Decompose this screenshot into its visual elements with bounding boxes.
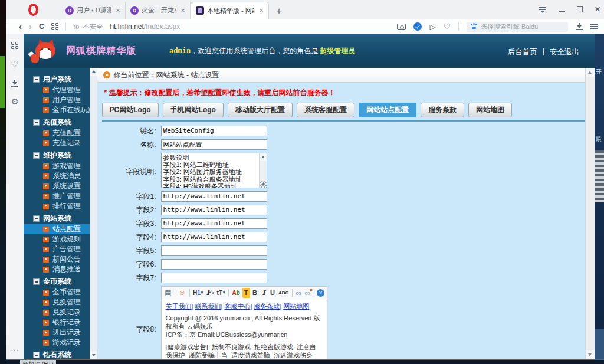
heading-select[interactable]: H1▾ [192, 288, 204, 298]
forward-icon[interactable]: › [29, 22, 32, 31]
field-textarea[interactable]: 参数说明 字段1: 网站二维码地址 字段2: 网站图片服务器地址 字段3: 网站… [161, 153, 267, 188]
bookmarks-heart-icon[interactable]: ♡ [11, 59, 18, 70]
nav-item-金币管理[interactable]: 金币管理 [24, 287, 97, 297]
address-bar[interactable]: ht.linlin.net/Index.aspx [110, 22, 180, 31]
bold-button[interactable]: B [251, 288, 259, 298]
bookmark-heart-icon[interactable]: ♡ [443, 22, 451, 31]
collapse-minus-icon[interactable] [33, 352, 40, 358]
config-tab-服务条款[interactable]: 服务条款 [421, 103, 464, 117]
nav-item-广告管理[interactable]: 广告管理 [24, 244, 97, 254]
speed-dial-sidebar-icon[interactable] [11, 42, 18, 49]
config-tab-手机网站Logo[interactable]: 手机网站Logo [163, 103, 224, 117]
highlight-color-button[interactable]: T [242, 288, 250, 298]
site-security-chip[interactable]: ⊕ 不安全 [73, 22, 103, 31]
resize-grip-icon[interactable] [260, 181, 267, 188]
font-size-select[interactable]: tT▾ [216, 288, 226, 298]
nav-item-排行管理[interactable]: 排行管理 [24, 201, 97, 211]
nav-item-站点配置[interactable]: 站点配置 [24, 224, 97, 234]
nav-item-系统设置[interactable]: 系统设置 [24, 181, 97, 191]
footer-link[interactable]: 客服中心 [224, 303, 250, 310]
share-flow-icon[interactable]: ▷ [429, 22, 435, 31]
field-input[interactable]: http://www.linlin.net [161, 205, 267, 215]
footer-link[interactable]: 关于我们 [166, 303, 192, 310]
field-input[interactable]: WebSiteConfig [161, 126, 267, 136]
browser-tab[interactable]: D火萤二开龙睿娱乐+完美运× [126, 2, 191, 19]
italic-button[interactable]: I [260, 288, 268, 298]
nav-item-充值配置[interactable]: 充值配置 [24, 128, 97, 138]
emoticon-icon[interactable]: ☺ [178, 288, 186, 298]
nav-scrollbar[interactable] [90, 68, 97, 359]
back-icon[interactable]: ‹ [19, 22, 22, 31]
security-check-icon[interactable] [413, 22, 422, 31]
browser-tab[interactable]: 本地精华版 - 网站后台管理× [191, 2, 269, 19]
config-tab-网站地图[interactable]: 网站地图 [468, 103, 512, 117]
collapse-minus-icon[interactable] [33, 278, 40, 285]
source-icon[interactable]: ▤ [164, 288, 173, 298]
nav-item-兑换管理[interactable]: 兑换管理 [24, 297, 97, 307]
footer-link[interactable]: 服务条款 [254, 303, 280, 310]
config-tab-系统客服配置[interactable]: 系统客服配置 [297, 103, 354, 117]
field-input[interactable]: http://www.linlin.net [161, 218, 267, 229]
field-input[interactable]: http://www.linlin.net [161, 191, 267, 202]
speed-dial-icon[interactable] [51, 23, 58, 30]
sidebar-more-icon[interactable]: ⋯ [11, 346, 19, 355]
rich-text-editor[interactable]: ▤☺H1▾F▾tT▾AbTBIUABC∞∞×?关于我们| 联系我们| 客服中心|… [161, 286, 327, 359]
collapse-minus-icon[interactable] [33, 119, 40, 126]
nav-item-游戏规则[interactable]: 游戏规则 [24, 234, 97, 244]
scroll-down-icon[interactable] [586, 350, 595, 359]
search-engine-box[interactable]: 选择搜索引擎 Baidu [467, 22, 568, 32]
field-input[interactable]: http://www.linlin.net [161, 232, 267, 242]
link-button[interactable]: ∞ [295, 288, 303, 298]
field-input[interactable]: 网站站点配置 [161, 139, 267, 150]
downloads-icon[interactable] [576, 23, 583, 30]
collapse-minus-icon[interactable] [33, 76, 40, 83]
snapshot-camera-icon[interactable] [397, 24, 406, 30]
strikethrough-button[interactable]: ABC [278, 288, 290, 298]
new-tab-button[interactable]: + [271, 4, 287, 19]
help-button[interactable]: ? [317, 289, 324, 297]
editor-content[interactable]: 关于我们| 联系我们| 客服中心| 服务条款| 网站地图Copyright @ … [162, 299, 327, 359]
nav-section-header[interactable]: 用户系统 [24, 74, 97, 85]
config-tab-网站站点配置[interactable]: 网站站点配置 [359, 103, 416, 117]
tab-close-icon[interactable]: × [114, 7, 122, 14]
scroll-up-icon[interactable] [586, 68, 595, 77]
maximize-icon[interactable] [577, 6, 583, 12]
reload-icon[interactable]: C [39, 22, 44, 31]
font-family-select[interactable]: F▾ [205, 288, 215, 298]
nav-item-充值记录[interactable]: 充值记录 [24, 138, 97, 148]
unlink-button[interactable]: ∞× [304, 288, 311, 298]
field-input[interactable] [161, 273, 267, 283]
tab-menu-icon[interactable] [539, 6, 547, 12]
nav-section-header[interactable]: 金币系统 [24, 276, 97, 287]
footer-link[interactable]: 联系我们 [195, 303, 221, 310]
tab-close-icon[interactable]: × [179, 7, 186, 14]
nav-item-进出记录[interactable]: 进出记录 [24, 327, 97, 337]
footer-link[interactable]: 网站地图 [283, 303, 309, 310]
easy-setup-icon[interactable] [590, 24, 598, 29]
nav-item-游戏记录[interactable]: 游戏记录 [24, 337, 97, 347]
collapse-minus-icon[interactable] [33, 152, 40, 159]
safe-logout-link[interactable]: 安全退出 [550, 47, 579, 57]
nav-section-header[interactable]: 网站系统 [24, 213, 97, 224]
nav-item-系统消息[interactable]: 系统消息 [24, 171, 97, 181]
collapse-minus-icon[interactable] [33, 215, 40, 222]
settings-gear-icon[interactable]: ⚙ [11, 97, 19, 106]
field-input[interactable] [161, 259, 267, 270]
scroll-down-icon[interactable] [90, 351, 97, 359]
minimize-icon[interactable] [559, 11, 565, 12]
nav-item-新闻公告[interactable]: 新闻公告 [24, 254, 97, 264]
font-color-button[interactable]: Ab [231, 288, 241, 298]
backend-home-link[interactable]: 后台首页 [508, 47, 537, 57]
tab-close-icon[interactable]: × [258, 7, 265, 14]
underline-button[interactable]: U [269, 288, 277, 298]
nav-item-推广管理[interactable]: 推广管理 [24, 191, 97, 201]
scroll-up-icon[interactable] [90, 68, 97, 76]
downloads-sidebar-icon[interactable] [11, 80, 18, 87]
scroll-up-icon[interactable] [260, 153, 267, 161]
nav-section-header[interactable]: 维护系统 [24, 150, 97, 161]
browser-tab[interactable]: D用户 ‹ D源源码科技 — W× [61, 2, 126, 19]
nav-item-游戏管理[interactable]: 游戏管理 [24, 161, 97, 171]
config-tab-PC网站Logo[interactable]: PC网站Logo [102, 103, 159, 117]
config-tab-移动版大厅配置[interactable]: 移动版大厅配置 [228, 103, 293, 117]
opera-menu-icon[interactable] [28, 4, 38, 16]
